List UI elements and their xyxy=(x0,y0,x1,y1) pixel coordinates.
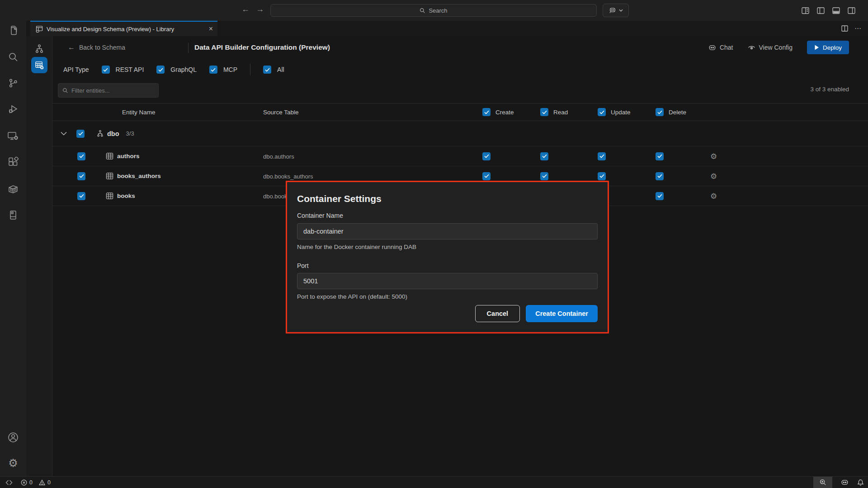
group-count: 3/3 xyxy=(126,130,134,137)
delete-checkbox[interactable] xyxy=(656,192,664,200)
deploy-button[interactable]: Deploy xyxy=(807,41,849,54)
dialog-title: Container Settings xyxy=(297,193,598,204)
command-center-search[interactable]: Search xyxy=(270,4,597,17)
delete-checkbox[interactable] xyxy=(656,152,664,160)
toggle-panel-icon[interactable] xyxy=(832,7,840,14)
accounts-icon[interactable] xyxy=(7,432,19,443)
row-checkbox[interactable] xyxy=(77,172,85,180)
title-bar: ← → Search xyxy=(0,0,868,21)
divider xyxy=(250,64,250,75)
container-name-input[interactable] xyxy=(297,223,598,239)
split-editor-icon[interactable] xyxy=(841,25,848,32)
settings-gear-icon[interactable]: ⚙ xyxy=(8,458,18,469)
tab-visualize-design-schema[interactable]: Visualize and Design Schema (Preview) - … xyxy=(30,21,217,36)
divider xyxy=(188,43,189,53)
port-label: Port xyxy=(297,262,598,269)
search-placeholder: Search xyxy=(429,7,447,14)
nav-forward-icon[interactable]: → xyxy=(256,5,264,14)
entity-name: authors xyxy=(117,153,140,160)
table-row-authors: authors dbo.authors ⚙ xyxy=(52,146,868,166)
entity-name-header: Entity Name xyxy=(122,109,156,116)
create-checkbox[interactable] xyxy=(482,152,491,160)
filter-entities-input[interactable] xyxy=(71,87,154,94)
play-icon xyxy=(814,45,819,50)
activity-bar: ⚙ xyxy=(0,21,26,476)
port-help: Port to expose the API on (default: 5000… xyxy=(297,293,598,300)
row-checkbox[interactable] xyxy=(77,152,85,160)
source-table-header: Source Table xyxy=(263,109,299,116)
update-checkbox[interactable] xyxy=(598,172,606,180)
entity-name: books xyxy=(117,192,135,199)
extensions-icon[interactable] xyxy=(8,157,19,168)
container-tools-icon[interactable] xyxy=(7,183,19,194)
nav-back-icon[interactable]: ← xyxy=(241,5,250,14)
toggle-secondary-sidebar-icon[interactable] xyxy=(848,7,855,14)
notifications-bell-icon[interactable] xyxy=(857,479,864,486)
explorer-icon[interactable] xyxy=(8,25,19,36)
source-table: dbo.authors xyxy=(263,153,294,160)
run-debug-icon[interactable] xyxy=(8,104,19,115)
row-settings-gear-icon[interactable]: ⚙ xyxy=(710,172,717,180)
problems-indicator[interactable]: 0 0 xyxy=(21,479,51,486)
error-icon xyxy=(21,479,27,486)
filter-entities-box xyxy=(58,83,159,98)
zoom-status-button[interactable] xyxy=(813,477,832,488)
search-icon xyxy=(420,8,425,14)
chevron-down-icon xyxy=(619,9,623,12)
arrow-left-icon: ← xyxy=(68,43,75,52)
source-control-icon[interactable] xyxy=(8,78,19,89)
error-count: 0 xyxy=(29,479,33,486)
row-settings-gear-icon[interactable]: ⚙ xyxy=(710,152,717,160)
create-header: Create xyxy=(495,109,514,116)
copilot-status-icon[interactable] xyxy=(841,479,849,486)
enabled-summary: 3 of 3 enabled xyxy=(810,86,849,93)
graphql-checkbox[interactable] xyxy=(156,66,165,74)
table-icon xyxy=(106,192,113,200)
warning-icon xyxy=(39,479,45,486)
tab-bar: Visualize and Design Schema (Preview) - … xyxy=(26,21,868,36)
more-actions-icon[interactable]: ⋯ xyxy=(854,24,862,33)
customize-layout-icon[interactable] xyxy=(802,7,809,14)
rest-api-checkbox[interactable] xyxy=(102,66,110,74)
create-container-button[interactable]: Create Container xyxy=(526,305,598,322)
remote-indicator-icon[interactable] xyxy=(5,479,13,486)
chat-button[interactable]: Chat xyxy=(708,44,733,51)
update-all-checkbox[interactable] xyxy=(598,108,606,116)
tab-title: Visualize and Design Schema (Preview) - … xyxy=(47,26,205,33)
delete-checkbox[interactable] xyxy=(656,172,664,180)
container-name-help: Name for the Docker container running DA… xyxy=(297,244,598,250)
toggle-primary-sidebar-icon[interactable] xyxy=(817,7,825,14)
back-to-schema-link[interactable]: ← Back to Schema xyxy=(68,43,125,52)
row-checkbox[interactable] xyxy=(77,192,85,200)
source-table: dbo.books_authors xyxy=(263,173,313,179)
create-all-checkbox[interactable] xyxy=(482,108,491,116)
group-checkbox[interactable] xyxy=(76,130,85,138)
delete-all-checkbox[interactable] xyxy=(656,108,664,116)
api-type-label: API Type xyxy=(63,66,89,73)
table-config-view-button[interactable] xyxy=(31,57,47,73)
read-header: Read xyxy=(553,109,568,116)
cancel-button[interactable]: Cancel xyxy=(475,305,520,322)
read-checkbox[interactable] xyxy=(540,152,548,160)
all-option: All xyxy=(263,66,284,74)
row-settings-gear-icon[interactable]: ⚙ xyxy=(710,192,717,200)
all-checkbox[interactable] xyxy=(263,66,271,74)
graphql-option: GraphQL xyxy=(156,66,197,74)
mcp-checkbox[interactable] xyxy=(209,66,217,74)
tab-close-icon[interactable]: × xyxy=(209,25,213,33)
database-projects-icon[interactable] xyxy=(8,210,19,221)
read-all-checkbox[interactable] xyxy=(540,108,548,116)
create-checkbox[interactable] xyxy=(482,172,491,180)
remote-explorer-icon[interactable] xyxy=(7,131,19,141)
chevron-down-icon[interactable] xyxy=(61,131,67,136)
copilot-menu-button[interactable] xyxy=(603,4,629,17)
group-name: dbo xyxy=(107,130,119,137)
port-input[interactable] xyxy=(297,273,598,289)
update-checkbox[interactable] xyxy=(598,152,606,160)
view-config-button[interactable]: View Config xyxy=(748,44,793,51)
delete-header: Delete xyxy=(669,109,686,116)
read-checkbox[interactable] xyxy=(540,172,548,180)
schema-view-icon[interactable] xyxy=(34,44,44,54)
update-header: Update xyxy=(611,109,631,116)
search-sidebar-icon[interactable] xyxy=(8,52,19,62)
